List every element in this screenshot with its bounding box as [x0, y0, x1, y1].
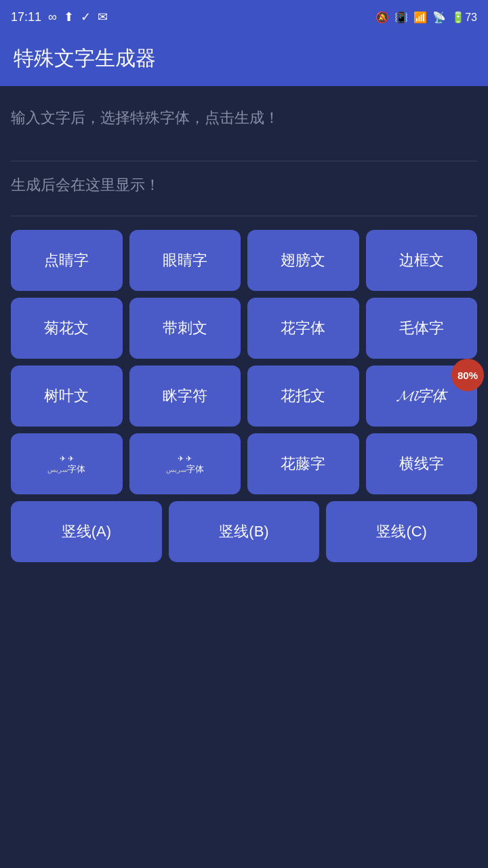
flower-tuo-button[interactable]: 花托文	[247, 366, 359, 427]
buttons-row4: ✈ ✈سریس字体 ✈ ✈سریس字体 花藤字 横线字	[11, 433, 477, 494]
leaf-text-button[interactable]: 树叶文	[11, 366, 123, 427]
output-section: 生成后会在这里显示！	[11, 168, 477, 216]
thorn-text-button[interactable]: 带刺文	[129, 298, 241, 359]
vibrate-icon: 📳	[394, 11, 408, 24]
input-section: 输入文字后，选择特殊字体，点击生成！	[11, 100, 477, 161]
app-header: 特殊文字生成器	[0, 34, 488, 86]
vline-a-button[interactable]: 竖线(A)	[11, 501, 162, 562]
output-hint-text: 生成后会在这里显示！	[11, 168, 477, 209]
status-bar: 17:11 ∞ ⬆ ✓ ✉ 🔕 📳 📶 📡 🔋73	[0, 0, 488, 34]
flower-text-button[interactable]: 菊花文	[11, 298, 123, 359]
buttons-row2: 菊花文 带刺文 花字体 毛体字	[11, 298, 477, 359]
time-display: 17:11	[11, 10, 41, 24]
hline-char-button[interactable]: 横线字	[366, 433, 478, 494]
progress-badge: 80%	[451, 359, 484, 391]
eye-char-button[interactable]: 眼睛字	[129, 230, 241, 291]
plane-font-b-button[interactable]: ✈ ✈سریس字体	[129, 433, 241, 494]
phone-silent-icon: 🔕	[375, 11, 389, 24]
status-right: 🔕 📳 📶 📡 🔋73	[375, 11, 477, 24]
check-icon: ✓	[81, 9, 91, 24]
signal-icon: 📡	[432, 11, 446, 24]
vline-c-button[interactable]: 竖线(C)	[326, 501, 477, 562]
input-hint-text[interactable]: 输入文字后，选择特殊字体，点击生成！	[11, 100, 477, 154]
main-content: 输入文字后，选择特殊字体，点击生成！ 生成后会在这里显示！ 点睛字 眼睛字 翅膀…	[0, 86, 488, 868]
output-divider	[11, 216, 477, 216]
sleep-symbol-button[interactable]: 眯字符	[129, 366, 241, 427]
input-divider	[11, 161, 477, 161]
buttons-row5: 竖线(A) 竖线(B) 竖线(C)	[11, 501, 477, 562]
dotted-char-button[interactable]: 点睛字	[11, 230, 123, 291]
wifi-icon: 📶	[413, 11, 427, 24]
app-title: 特殊文字生成器	[14, 45, 474, 73]
mail-icon: ✉	[98, 9, 108, 24]
infinity-icon: ∞	[48, 10, 57, 24]
brush-font-button[interactable]: 毛体字	[366, 298, 478, 359]
vine-char-button[interactable]: 花藤字	[247, 433, 359, 494]
upload-icon: ⬆	[64, 9, 74, 24]
plane-font-a-button[interactable]: ✈ ✈سریس字体	[11, 433, 123, 494]
buttons-row3: 树叶文 眯字符 花托文 80% 𝓜𝓵字体	[11, 366, 477, 427]
buttons-row1: 点睛字 眼睛字 翅膀文 边框文	[11, 230, 477, 291]
battery-display: 🔋73	[451, 11, 477, 24]
ml-font-button[interactable]: 80% 𝓜𝓵字体	[366, 366, 478, 427]
flower-font-button[interactable]: 花字体	[247, 298, 359, 359]
border-text-button[interactable]: 边框文	[366, 230, 478, 291]
status-left: 17:11 ∞ ⬆ ✓ ✉	[11, 9, 108, 24]
wing-text-button[interactable]: 翅膀文	[247, 230, 359, 291]
vline-b-button[interactable]: 竖线(B)	[169, 501, 320, 562]
